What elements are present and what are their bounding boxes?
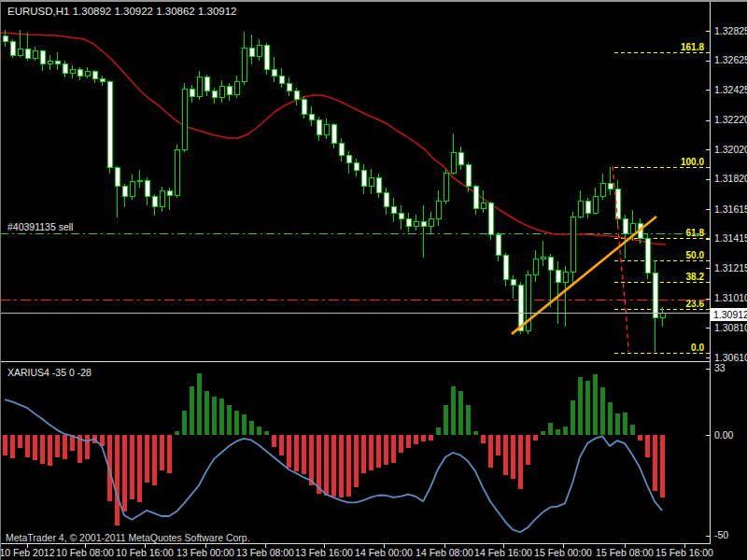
candle bbox=[197, 77, 202, 97]
candle bbox=[264, 45, 269, 70]
candle bbox=[145, 180, 149, 196]
fibonacci-retracement[interactable]: 161.8100.061.850.038.223.60.0 bbox=[614, 42, 710, 354]
candle bbox=[488, 203, 493, 235]
histogram-bar bbox=[600, 387, 605, 435]
candle bbox=[190, 89, 194, 96]
price-tick-label: 1.32825 bbox=[714, 25, 747, 36]
time-tick-label: 13 Feb 08:00 bbox=[236, 547, 294, 558]
candle bbox=[324, 124, 329, 134]
histogram-bar bbox=[302, 435, 306, 474]
price-tick-label: 1.32625 bbox=[714, 54, 747, 65]
fib-label: 38.2 bbox=[686, 272, 705, 282]
candle bbox=[436, 202, 441, 219]
histogram-bar bbox=[645, 435, 650, 457]
candle bbox=[48, 61, 52, 63]
price-tick-label: 1.32220 bbox=[714, 114, 747, 125]
mt4-chart-window: 161.8100.061.850.038.223.60.01.328251.32… bbox=[0, 0, 747, 560]
histogram-bar bbox=[167, 435, 172, 473]
histogram-bar bbox=[548, 423, 553, 435]
histogram-bar bbox=[264, 431, 269, 435]
histogram-bar bbox=[204, 391, 209, 435]
candle bbox=[511, 279, 515, 285]
candle bbox=[645, 238, 650, 273]
candle bbox=[339, 144, 344, 156]
candle bbox=[33, 50, 37, 58]
candle bbox=[496, 235, 500, 256]
time-tick-label: 10 Feb 16:00 bbox=[116, 547, 174, 558]
candle bbox=[578, 202, 583, 217]
trade-order-label[interactable]: #40391135 sell bbox=[7, 221, 73, 232]
candle bbox=[152, 197, 157, 207]
histogram-bar bbox=[3, 435, 7, 455]
candle bbox=[242, 48, 247, 81]
candle bbox=[503, 256, 508, 279]
histogram-bar bbox=[511, 435, 515, 479]
histogram-bar bbox=[257, 427, 261, 435]
candle bbox=[100, 78, 105, 81]
candle bbox=[25, 49, 30, 58]
chart-title: EURUSD,H1 1.30892 1.30922 1.30862 1.3091… bbox=[7, 6, 237, 17]
candle bbox=[541, 258, 545, 259]
histogram-bar bbox=[623, 413, 627, 435]
candle bbox=[421, 222, 426, 227]
candle bbox=[55, 61, 60, 63]
fib-label: 100.0 bbox=[681, 157, 704, 167]
candle bbox=[556, 271, 560, 283]
candle bbox=[219, 86, 224, 98]
indicator-tick-label: 33 bbox=[714, 362, 726, 373]
candle bbox=[92, 71, 97, 78]
histogram-bar bbox=[294, 435, 299, 471]
histogram-bar bbox=[137, 435, 142, 502]
histogram-bar bbox=[585, 381, 590, 435]
histogram-bar bbox=[33, 435, 37, 460]
candle bbox=[444, 174, 448, 202]
price-tick-label: 1.31415 bbox=[714, 232, 747, 244]
candle bbox=[391, 207, 396, 213]
candle bbox=[473, 187, 478, 209]
candle bbox=[414, 222, 418, 227]
histogram-bar bbox=[533, 435, 538, 441]
histogram-bar bbox=[444, 405, 448, 435]
histogram-bar bbox=[63, 435, 67, 459]
histogram-bar bbox=[541, 431, 545, 435]
histogram-bar bbox=[399, 435, 403, 453]
time-axis[interactable]: 10 Feb 201210 Feb 08:0010 Feb 16:0013 Fe… bbox=[0, 544, 713, 558]
candle bbox=[182, 89, 187, 149]
histogram-bar bbox=[481, 435, 486, 443]
candle bbox=[548, 258, 553, 271]
candle bbox=[18, 49, 22, 55]
candle bbox=[204, 77, 209, 91]
candle bbox=[429, 218, 433, 226]
candle bbox=[466, 164, 471, 187]
candle bbox=[533, 259, 538, 274]
time-tick-label: 14 Feb 08:00 bbox=[416, 547, 473, 558]
chart-canvas[interactable]: 161.8100.061.850.038.223.60.01.328251.32… bbox=[0, 0, 747, 560]
candle bbox=[451, 152, 456, 173]
candle bbox=[571, 217, 575, 272]
histogram-bar bbox=[346, 435, 351, 497]
histogram-bar bbox=[55, 435, 60, 457]
time-tick-label: 10 Feb 2012 bbox=[0, 547, 55, 558]
candle bbox=[600, 184, 605, 197]
histogram-bar bbox=[272, 435, 276, 447]
candle bbox=[406, 218, 411, 226]
histogram-bar bbox=[249, 421, 254, 435]
histogram-bar bbox=[466, 405, 471, 435]
histogram-bar bbox=[473, 431, 478, 435]
histogram-bar bbox=[488, 435, 493, 468]
candle bbox=[137, 180, 142, 182]
candle bbox=[653, 273, 657, 317]
candle bbox=[279, 76, 284, 83]
indicator-name-label: XARIUS4 -35 0 -28 bbox=[7, 367, 92, 378]
histogram-bar bbox=[593, 374, 598, 435]
histogram-bar bbox=[317, 435, 321, 494]
candle bbox=[481, 203, 486, 208]
candle bbox=[309, 114, 314, 119]
histogram-bar bbox=[630, 425, 635, 435]
candle bbox=[3, 36, 7, 42]
candle bbox=[287, 83, 291, 91]
histogram-bar bbox=[115, 435, 120, 525]
histogram-bar bbox=[287, 435, 291, 468]
histogram-bar bbox=[421, 435, 426, 441]
histogram-bar bbox=[10, 435, 15, 458]
